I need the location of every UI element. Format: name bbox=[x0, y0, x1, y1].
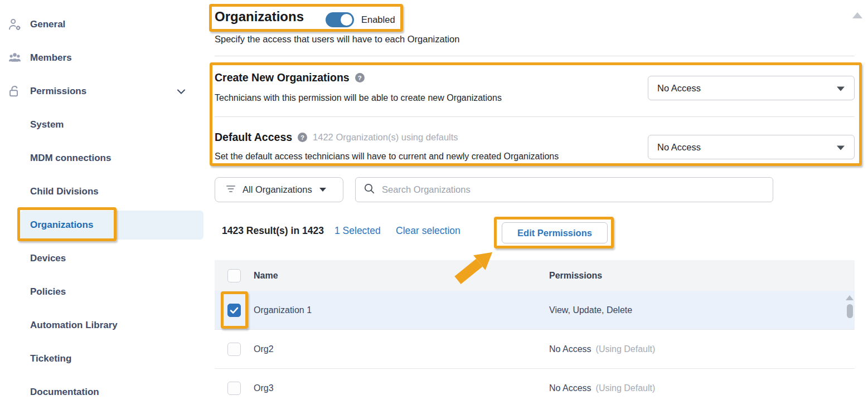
sidebar-item-ticketing[interactable]: Ticketing bbox=[0, 347, 203, 371]
permission-note: (Using Default) bbox=[596, 344, 656, 354]
sidebar-item-devices[interactable]: Devices bbox=[0, 246, 203, 271]
toggle-state-label: Enabled bbox=[361, 14, 395, 25]
sidebar-item-label: Child Divisions bbox=[30, 186, 99, 197]
create-section-description: Technicians with this permission will be… bbox=[215, 93, 502, 103]
sidebar-item-label: System bbox=[30, 119, 64, 130]
sidebar-item-label: Members bbox=[30, 52, 72, 64]
page-scroll-up-arrow[interactable] bbox=[852, 12, 862, 18]
scroll-up-icon[interactable] bbox=[846, 295, 854, 300]
settings-page: General Members Permissions bbox=[0, 0, 868, 405]
page-subtitle: Specify the access that users will have … bbox=[215, 34, 459, 45]
sidebar-item-label: Organizations bbox=[30, 219, 93, 231]
dropdown-value: No Access bbox=[657, 83, 701, 94]
create-access-dropdown[interactable]: No Access bbox=[648, 76, 855, 100]
sidebar-item-label: Policies bbox=[30, 286, 66, 297]
lock-open-icon bbox=[7, 84, 22, 99]
help-icon[interactable]: ? bbox=[298, 133, 307, 142]
sidebar-item-child-divisions[interactable]: Child Divisions bbox=[0, 179, 203, 204]
results-count: 1423 Result(s) in 1423 bbox=[222, 225, 324, 237]
org-permissions: No Access(Using Default) bbox=[549, 344, 655, 354]
sidebar-item-policies[interactable]: Policies bbox=[0, 280, 203, 304]
row-checkbox[interactable] bbox=[227, 382, 241, 395]
default-section-description: Set the default access technicians will … bbox=[215, 152, 559, 162]
scrollbar-thumb[interactable] bbox=[847, 304, 853, 318]
search-organizations-box bbox=[355, 177, 773, 202]
table-row[interactable]: Org2 No Access(Using Default) bbox=[215, 330, 855, 369]
caret-down-icon bbox=[319, 188, 326, 192]
person-gear-icon bbox=[7, 17, 22, 32]
dropdown-value: No Access bbox=[657, 142, 701, 153]
select-all-checkbox[interactable] bbox=[227, 269, 241, 282]
sidebar-item-mdm-connections[interactable]: MDM connections bbox=[0, 146, 203, 170]
sidebar-item-label: Documentation bbox=[30, 387, 99, 398]
sidebar-item-automation-library[interactable]: Automation Library bbox=[0, 313, 203, 338]
help-icon[interactable]: ? bbox=[355, 73, 365, 82]
sidebar-item-members[interactable]: Members bbox=[0, 46, 203, 70]
row-checkbox[interactable] bbox=[227, 304, 241, 317]
sidebar-item-documentation[interactable]: Documentation bbox=[0, 380, 203, 404]
sidebar-item-label: MDM connections bbox=[30, 153, 111, 164]
divider bbox=[215, 56, 855, 56]
search-icon bbox=[363, 183, 375, 197]
table-header: Name Permissions bbox=[215, 260, 855, 291]
column-header-name: Name bbox=[254, 271, 278, 281]
filter-label: All Organizations bbox=[243, 184, 312, 195]
filter-icon bbox=[225, 184, 236, 196]
divider bbox=[215, 116, 855, 117]
chevron-down-icon[interactable] bbox=[174, 85, 188, 98]
create-new-organizations-heading: Create New Organizations ? bbox=[215, 71, 365, 84]
column-header-permissions: Permissions bbox=[549, 271, 602, 281]
table-row[interactable]: Organization 1 View, Update, Delete bbox=[215, 291, 855, 330]
sidebar-item-label: Ticketing bbox=[30, 353, 71, 364]
page-title: Organizations bbox=[215, 9, 304, 25]
toggle-knob bbox=[341, 14, 352, 26]
org-permissions: No Access(Using Default) bbox=[549, 383, 655, 393]
edit-permissions-button[interactable]: Edit Permissions bbox=[502, 222, 608, 243]
permission-note: (Using Default) bbox=[596, 383, 656, 393]
default-access-heading: Default Access ? 1422 Organization(s) us… bbox=[215, 131, 458, 144]
org-name: Org3 bbox=[254, 383, 274, 393]
organizations-table: Name Permissions Organization 1 View, Up… bbox=[215, 260, 855, 405]
sidebar-item-label: Permissions bbox=[30, 86, 86, 97]
sidebar-item-label: General bbox=[30, 19, 65, 30]
organizations-enabled-toggle[interactable] bbox=[326, 12, 354, 27]
org-name: Org2 bbox=[254, 344, 274, 354]
sidebar-item-general[interactable]: General bbox=[0, 12, 203, 37]
org-name: Organization 1 bbox=[254, 305, 312, 315]
defaults-count-text: 1422 Organization(s) using defaults bbox=[313, 132, 458, 143]
search-input[interactable] bbox=[382, 184, 765, 195]
people-icon bbox=[7, 51, 22, 66]
settings-sidebar: General Members Permissions bbox=[0, 0, 203, 405]
organizations-filter-dropdown[interactable]: All Organizations bbox=[215, 177, 343, 202]
sidebar-item-system[interactable]: System bbox=[0, 113, 203, 137]
section-title: Default Access bbox=[215, 131, 292, 144]
row-checkbox[interactable] bbox=[227, 343, 241, 356]
table-scrollbar[interactable] bbox=[845, 295, 854, 318]
caret-down-icon bbox=[837, 146, 845, 150]
caret-down-icon bbox=[837, 87, 845, 91]
sidebar-item-permissions[interactable]: Permissions bbox=[0, 79, 203, 104]
sidebar-item-label: Devices bbox=[30, 253, 66, 264]
selected-count-link[interactable]: 1 Selected bbox=[334, 225, 381, 237]
clear-selection-link[interactable]: Clear selection bbox=[396, 225, 460, 237]
section-title: Create New Organizations bbox=[215, 71, 350, 84]
table-row[interactable]: Org3 No Access(Using Default) bbox=[215, 369, 855, 405]
default-access-dropdown[interactable]: No Access bbox=[648, 135, 855, 159]
sidebar-item-organizations[interactable]: Organizations bbox=[0, 213, 203, 237]
org-permissions: View, Update, Delete bbox=[549, 305, 637, 315]
sidebar-item-label: Automation Library bbox=[30, 320, 118, 331]
